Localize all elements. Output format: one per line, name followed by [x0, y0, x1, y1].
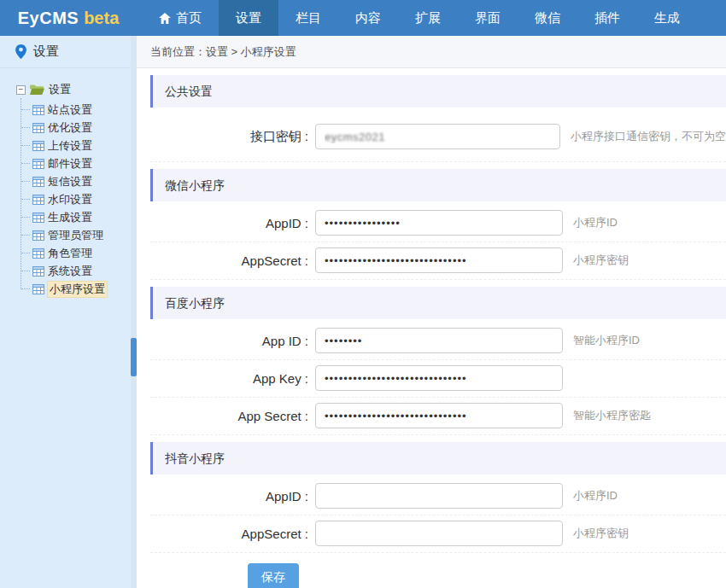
field-label: AppID :	[150, 216, 315, 230]
tree-item-label: 角色管理	[48, 246, 92, 261]
top-navbar: EyCMS beta 首页 设置 栏目 内容 扩展 界面 微信 插件	[0, 0, 726, 36]
tree-item-role-manage[interactable]: 角色管理	[0, 244, 137, 262]
tree-connector	[21, 127, 30, 128]
section-body-baidu: App ID : 智能小程序ID App Key : App Secret : …	[150, 319, 726, 435]
section-header-baidu: 百度小程序	[150, 287, 726, 319]
table-icon	[32, 248, 44, 259]
tree-item-label: 邮件设置	[48, 156, 92, 172]
tree-item-sms-settings[interactable]: 短信设置	[0, 172, 137, 190]
tree-root-label: 设置	[49, 82, 71, 97]
nav-item-label: 界面	[475, 10, 501, 26]
field-row-douyin-appsecret: AppSecret : 小程序密钥	[150, 515, 726, 553]
baidu-appid-input[interactable]	[315, 328, 563, 353]
nav-item-label: 首页	[176, 10, 202, 26]
nav-item-label: 微信	[535, 10, 560, 26]
tree-item-label: 生成设置	[48, 210, 92, 225]
sidebar-header: 设置	[0, 36, 137, 68]
field-row-douyin-appid: AppID : 小程序ID	[150, 478, 726, 515]
table-icon	[32, 105, 44, 115]
field-hint: 智能小程序密匙	[573, 408, 651, 423]
sidebar: 设置 − 设置 站点设置 优化设置	[0, 36, 137, 588]
sidebar-scrollbar-thumb[interactable]	[131, 338, 137, 376]
section-header-public: 公共设置	[150, 75, 726, 108]
field-hint: 小程序ID	[573, 488, 618, 504]
tree-connector	[21, 217, 30, 218]
field-label: App ID :	[150, 334, 315, 348]
table-icon	[32, 212, 44, 223]
interface-key-input[interactable]	[315, 124, 560, 149]
field-label: 接口密钥 :	[150, 129, 315, 145]
tree-connector	[21, 235, 30, 236]
field-label: AppID :	[150, 489, 315, 504]
tree-connector	[21, 199, 30, 200]
tree-item-site-settings[interactable]: 站点设置	[0, 101, 137, 119]
tree-item-label: 小程序设置	[48, 282, 107, 297]
section-body-wechat: AppID : 小程序ID AppSecret : 小程序密钥	[150, 201, 726, 280]
tree-connector	[21, 109, 30, 110]
section-body-public: 接口密钥 : 小程序接口通信密钥，不可为空	[150, 108, 726, 162]
nav-item-interface[interactable]: 界面	[458, 0, 518, 36]
field-row-wechat-appid: AppID : 小程序ID	[150, 205, 726, 242]
settings-tree: − 设置 站点设置 优化设置	[0, 68, 137, 298]
tree-connector	[21, 271, 30, 271]
section-body-douyin: AppID : 小程序ID AppSecret : 小程序密钥	[150, 474, 726, 553]
nav-item-content[interactable]: 内容	[338, 0, 398, 36]
nav-item-label: 生成	[654, 10, 680, 26]
location-pin-icon	[15, 44, 26, 59]
nav-item-extend[interactable]: 扩展	[398, 0, 458, 36]
nav-item-settings[interactable]: 设置	[219, 0, 278, 36]
tree-item-upload-settings[interactable]: 上传设置	[0, 137, 137, 154]
tree-item-label: 短信设置	[48, 174, 92, 189]
table-icon	[32, 141, 44, 151]
field-hint: 小程序密钥	[573, 526, 629, 541]
folder-open-icon	[30, 84, 44, 96]
baidu-appsecret-input[interactable]	[315, 403, 563, 428]
content-area: 当前位置：设置 > 小程序设置 公共设置 接口密钥 : 小程序接口通信密钥，不可…	[137, 36, 726, 588]
tree-item-label: 上传设置	[48, 138, 92, 154]
tree-item-admin-manage[interactable]: 管理员管理	[0, 226, 137, 244]
tree-item-mail-settings[interactable]: 邮件设置	[0, 154, 137, 172]
table-icon	[32, 123, 44, 133]
tree-item-label: 水印设置	[48, 192, 92, 207]
tree-collapse-icon[interactable]: −	[16, 85, 26, 95]
tree-item-system-settings[interactable]: 系统设置	[0, 262, 137, 280]
app-logo: EyCMS beta	[0, 0, 137, 36]
sidebar-scrollbar-track[interactable]	[131, 36, 137, 588]
nav-item-plugins[interactable]: 插件	[577, 0, 637, 36]
tree-item-label: 优化设置	[48, 120, 92, 136]
logo-beta-badge: beta	[84, 9, 119, 28]
sidebar-title: 设置	[33, 44, 59, 60]
field-label: App Secret :	[150, 409, 315, 423]
table-icon	[32, 284, 44, 294]
nav-item-generate[interactable]: 生成	[637, 0, 697, 36]
breadcrumb: 当前位置：设置 > 小程序设置	[137, 36, 726, 68]
field-row-baidu-appid: App ID : 智能小程序ID	[150, 323, 726, 360]
field-hint: 小程序密钥	[573, 253, 629, 268]
douyin-appid-input[interactable]	[315, 483, 563, 509]
tree-connector	[21, 253, 30, 253]
tree-item-label: 系统设置	[48, 264, 92, 279]
nav-item-label: 设置	[236, 10, 261, 26]
nav-item-columns[interactable]: 栏目	[278, 0, 338, 36]
douyin-appsecret-input[interactable]	[315, 521, 563, 546]
miniprogram-settings-form: 公共设置 接口密钥 : 小程序接口通信密钥，不可为空 微信小程序 AppID :…	[137, 75, 726, 588]
tree-item-watermark-settings[interactable]: 水印设置	[0, 190, 137, 208]
tree-root-settings[interactable]: − 设置	[0, 80, 137, 99]
table-icon	[32, 230, 44, 241]
wechat-appid-input[interactable]	[315, 210, 563, 236]
nav-item-home[interactable]: 首页	[142, 0, 219, 36]
tree-item-seo-settings[interactable]: 优化设置	[0, 119, 137, 137]
table-icon	[32, 266, 44, 277]
baidu-appkey-input[interactable]	[315, 365, 563, 391]
tree-item-generate-settings[interactable]: 生成设置	[0, 208, 137, 226]
tree-item-miniprogram-settings[interactable]: 小程序设置	[0, 280, 137, 298]
field-hint: 智能小程序ID	[573, 333, 640, 348]
main-nav: 首页 设置 栏目 内容 扩展 界面 微信 插件 生成	[142, 0, 697, 36]
save-button[interactable]: 保存	[248, 563, 299, 588]
tree-connector	[21, 163, 30, 164]
field-row-interface-key: 接口密钥 : 小程序接口通信密钥，不可为空	[150, 111, 726, 162]
nav-item-wechat[interactable]: 微信	[518, 0, 577, 36]
wechat-appsecret-input[interactable]	[315, 247, 563, 273]
section-header-wechat: 微信小程序	[150, 169, 726, 201]
home-icon	[159, 13, 171, 24]
